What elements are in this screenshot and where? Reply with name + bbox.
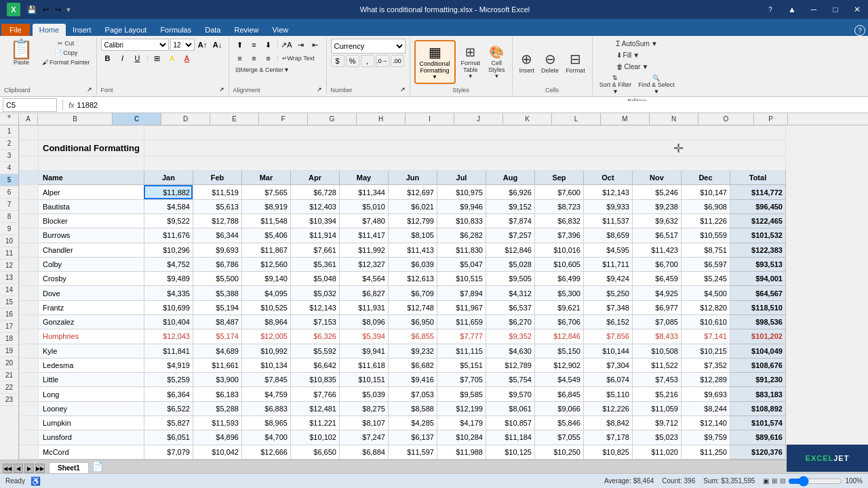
cell-value[interactable]: $12,846 [534,329,583,344]
table-row[interactable]: Humphries$12,043$5,174$12,005$6,326$5,39… [20,329,786,344]
cell-value[interactable]: $5,194 [193,300,241,314]
col-header-p[interactable]: P [754,113,788,125]
cell-value[interactable]: $6,977 [632,300,681,314]
col-header-i[interactable]: I [406,113,454,125]
sheet-scroll-right-btn[interactable]: ▶▶ [35,464,45,473]
cell-name[interactable]: Alper [39,185,144,199]
cell-total[interactable]: $93,513 [730,257,785,271]
close-btn[interactable]: ✕ [846,0,868,19]
col-header-m[interactable]: M [601,113,650,125]
table-row[interactable]: McCord$7,079$10,042$12,666$6,650$6,884$1… [20,445,786,459]
cell-value[interactable]: $9,238 [632,199,681,214]
sort-dropdown[interactable]: ▼ [612,88,618,95]
cell-value[interactable]: $7,480 [339,214,388,228]
cell-value[interactable]: $9,152 [486,199,534,214]
alignment-launcher[interactable]: ↗ [317,86,322,93]
sheet-tab-1[interactable]: Sheet1 [49,462,89,473]
cell-value[interactable]: $5,300 [534,286,583,300]
cell-value[interactable]: $9,140 [241,272,290,286]
cell-value[interactable]: $12,613 [388,272,437,286]
cell-value[interactable]: $7,053 [388,387,437,401]
percent-btn[interactable]: % [346,55,359,67]
cell-value[interactable]: $12,697 [388,185,437,199]
row-num-20[interactable]: 20 [0,357,18,369]
align-right-btn[interactable]: ≡ [262,52,275,64]
table-row[interactable]: Blocker$9,522$12,788$11,548$10,394$7,480… [20,214,786,228]
cell-value[interactable]: $5,846 [534,415,583,430]
view-break-btn[interactable]: ⊟ [780,477,785,485]
cell-value[interactable]: $12,043 [144,329,193,344]
cell-value[interactable]: $9,933 [583,199,632,214]
cell-name[interactable]: Bautista [39,199,144,214]
increase-font-btn[interactable]: A↑ [196,39,210,51]
align-middle-btn[interactable]: ≡ [248,39,261,51]
zoom-slider[interactable] [788,479,842,484]
row-num-18[interactable]: 18 [0,333,18,345]
cell-value[interactable]: $7,845 [241,373,290,387]
cell-value[interactable]: $11,711 [583,257,632,271]
cell-total[interactable]: $120,376 [730,445,785,459]
row-num-4[interactable]: 4 [0,162,18,174]
cell-value[interactable]: $5,150 [534,344,583,358]
cell-value[interactable]: $10,134 [241,358,290,372]
paste-button[interactable]: 📋 Paste [4,39,39,67]
cell-value[interactable]: $12,140 [681,415,730,430]
cell-value[interactable]: $8,659 [583,228,632,243]
align-bottom-btn[interactable]: ⬇ [262,39,275,51]
cell-value[interactable]: $11,867 [241,243,290,257]
merge-dropdown[interactable]: ▼ [283,66,290,73]
cell-value[interactable]: $9,693 [681,387,730,401]
format-table-button[interactable]: ⊞ FormatTable ▼ [458,43,484,81]
insert-button[interactable]: ⊕ Insert [517,49,538,75]
indent-left-btn[interactable]: ⇥ [294,39,308,51]
decrease-font-btn[interactable]: A↓ [211,39,224,51]
cell-value[interactable]: $10,125 [486,445,534,459]
underline-btn[interactable]: U [131,52,144,64]
cell-value[interactable]: $7,600 [534,185,583,199]
cell-value[interactable]: $8,919 [241,199,290,214]
cell-value[interactable]: $5,010 [339,199,388,214]
cell-value[interactable]: $6,682 [388,358,437,372]
cell-value[interactable]: $12,289 [681,373,730,387]
cell-value[interactable]: $7,055 [534,430,583,445]
cell-value[interactable]: $6,884 [339,445,388,459]
cell-value[interactable]: $9,946 [437,199,486,214]
conditional-formatting-dropdown[interactable]: ▼ [432,74,437,80]
cell-value[interactable]: $10,250 [534,445,583,459]
cell-value[interactable]: $9,352 [486,329,534,344]
cell-value[interactable]: $7,874 [486,214,534,228]
cell-value[interactable]: $9,522 [144,214,193,228]
conditional-formatting-button[interactable]: ▦ ConditionalFormatting ▼ [414,40,456,84]
table-row[interactable]: Lumpkin$5,827$11,593$8,965$11,221$8,107$… [20,415,786,430]
col-header-h[interactable]: H [357,113,406,125]
cell-value[interactable]: $10,042 [193,445,241,459]
cell-value[interactable]: $5,288 [193,401,241,415]
cell-value[interactable]: $12,199 [437,401,486,415]
cell-value[interactable]: $7,141 [681,329,730,344]
cell-value[interactable]: $11,676 [144,228,193,243]
col-header-n[interactable]: N [650,113,698,125]
cell-value[interactable]: $8,096 [339,315,388,329]
cell-value[interactable]: $12,902 [534,358,583,372]
cell-value[interactable]: $10,857 [486,415,534,430]
cell-name[interactable]: Crosby [39,272,144,286]
cell-name[interactable]: Kyle [39,344,144,358]
cell-value[interactable]: $5,592 [290,344,339,358]
cell-value[interactable]: $10,147 [681,185,730,199]
cell-value[interactable]: $12,666 [241,445,290,459]
cell-value[interactable]: $7,661 [290,243,339,257]
cell-value[interactable]: $11,841 [144,344,193,358]
row-num-14[interactable]: 14 [0,284,18,296]
tab-review[interactable]: Review [227,24,265,36]
cell-value[interactable]: $10,515 [437,272,486,286]
find-select-button[interactable]: 🔍 Find & Select ▼ [635,73,677,96]
formula-input[interactable] [77,101,865,109]
cell-name[interactable]: Dove [39,286,144,300]
cell-value[interactable]: $11,226 [681,214,730,228]
cell-name[interactable]: Looney [39,401,144,415]
cell-value[interactable]: $9,693 [193,243,241,257]
cell-value[interactable]: $8,433 [632,329,681,344]
col-header-o[interactable]: O [698,113,754,125]
cell-value[interactable]: $8,842 [583,415,632,430]
row-num-1[interactable]: 1 [0,125,18,138]
